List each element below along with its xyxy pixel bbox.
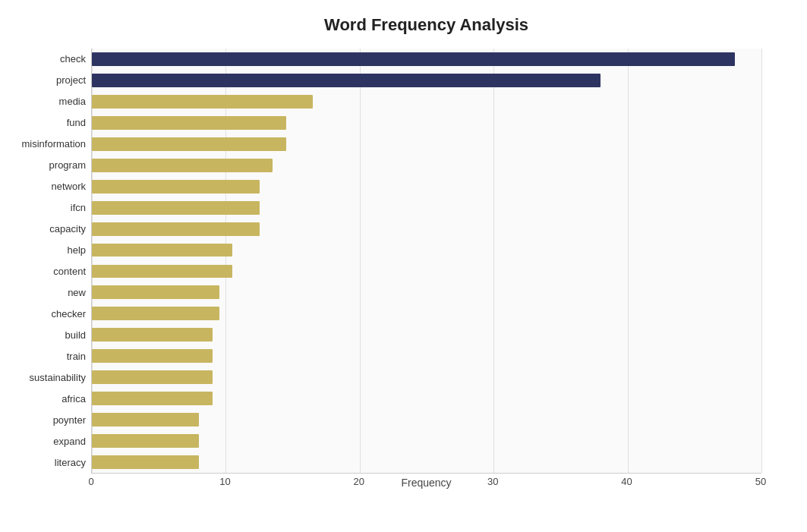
bar-fill [92,95,313,109]
bar-label: build [2,329,86,341]
bar-label: africa [2,393,86,405]
bar-row: train [92,348,761,364]
bar-fill [92,116,286,130]
bar-label: check [2,53,86,65]
bar-label: content [2,266,86,277]
bar-fill [92,52,735,66]
bar-label: capacity [2,223,86,235]
bar-row: project [92,73,761,88]
bar-row: checker [92,306,761,321]
bar-fill [92,265,232,279]
bar-label: misinformation [2,138,86,150]
bar-row: help [92,243,761,258]
bar-label: program [2,159,86,171]
bar-row: capacity [92,222,761,237]
bars-wrapper: checkprojectmediafundmisinformationprogr… [92,49,761,473]
bar-row: expand [92,433,761,449]
bar-label: checker [2,308,86,320]
bar-row: ifcn [92,200,761,216]
bar-row: media [92,94,761,109]
bar-fill [92,285,219,299]
bar-fill [92,244,232,257]
bar-fill [92,392,213,405]
bar-fill [92,137,286,151]
bar-label: ifcn [2,202,86,213]
bar-label: help [2,244,86,256]
bar-label: network [2,181,86,192]
chart-area: checkprojectmediafundmisinformationprogr… [91,49,761,474]
bar-fill [92,180,260,194]
bar-label: poynter [2,414,86,426]
bar-fill [92,159,273,172]
bar-fill [92,349,213,363]
x-axis-title: Frequency [91,477,761,489]
bar-fill [92,328,213,342]
bar-label: media [2,96,86,107]
chart-container: Word Frequency Analysis checkprojectmedi… [0,0,807,532]
bar-label: expand [2,436,86,447]
bar-row: network [92,179,761,194]
bar-row: sustainability [92,370,761,385]
bar-label: fund [2,117,86,128]
bar-row: poynter [92,412,761,427]
bar-label: train [2,351,86,362]
bar-row: fund [92,115,761,131]
bar-label: new [2,287,86,298]
bar-fill [92,307,219,320]
chart-title: Word Frequency Analysis [91,15,761,35]
bar-fill [92,222,260,236]
grid-line [761,49,762,473]
bar-row: build [92,327,761,342]
bar-fill [92,201,260,215]
bar-row: content [92,264,761,279]
bar-row: check [92,52,761,67]
x-axis-labels: 01020304050 [91,448,761,466]
bar-fill [92,434,199,448]
bar-fill [92,74,601,87]
bar-label: sustainability [2,372,86,383]
bar-row: africa [92,391,761,406]
bar-label: project [2,74,86,86]
bar-row: new [92,285,761,300]
bar-row: misinformation [92,137,761,152]
bar-row: program [92,158,761,173]
bar-fill [92,413,199,427]
bar-label: literacy [2,457,86,468]
bar-fill [92,370,213,384]
